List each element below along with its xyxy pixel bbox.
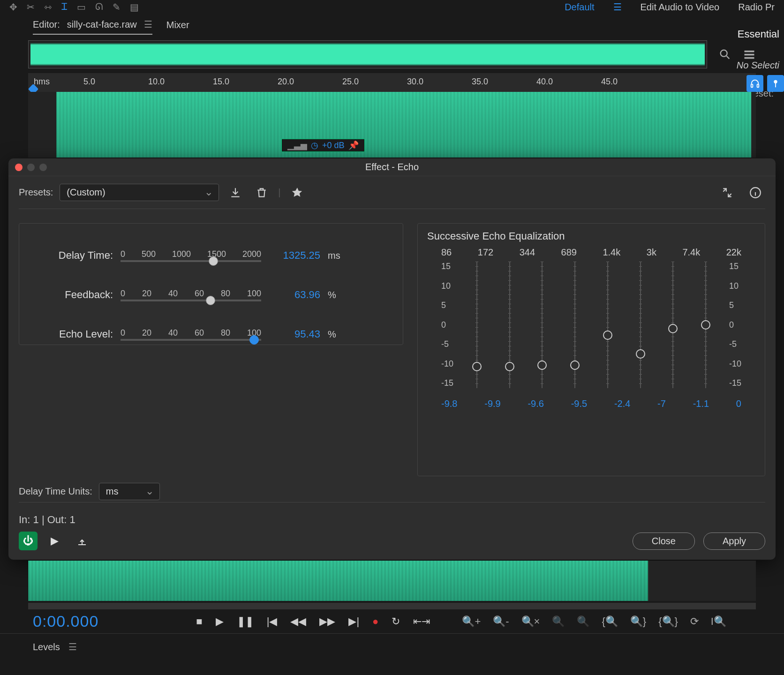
eq-axis-right: 15 10 5 0 -5 -10 -15 [729, 262, 741, 388]
tab-mixer[interactable]: Mixer [166, 20, 189, 34]
apply-button[interactable]: Apply [703, 532, 765, 550]
close-button[interactable]: Close [633, 532, 695, 550]
tab-mixer-label: Mixer [166, 20, 189, 30]
zoom-in-point-icon[interactable]: {🔍 [602, 615, 618, 628]
workspace-edit-audio[interactable]: Edit Audio to Video [641, 2, 720, 13]
go-start-button[interactable]: |◀ [267, 615, 278, 628]
eq-slider-344[interactable] [533, 262, 551, 394]
eq-slider-689[interactable] [565, 262, 584, 394]
zoom-time-icon[interactable]: ⟳ [690, 615, 699, 628]
workspace-menu-icon[interactable]: ☰ [613, 1, 622, 13]
i-beam-tool-icon[interactable]: Ꮖ [61, 1, 68, 13]
pause-button[interactable]: ❚❚ [237, 615, 254, 628]
workspace-radio[interactable]: Radio Pr [738, 2, 775, 13]
side-panel-title[interactable]: Essential [738, 28, 779, 40]
tab-menu-icon[interactable]: ☰ [144, 19, 152, 30]
effect-power-button[interactable]: ⏻ [19, 532, 38, 550]
zoom-range-icon[interactable]: {🔍} [658, 615, 678, 628]
eq-value[interactable]: -9.8 [441, 398, 457, 409]
timeline-scrollbar[interactable] [28, 603, 756, 609]
play-button[interactable]: ▶ [216, 615, 224, 628]
feedback-value[interactable]: 63.96 [269, 289, 320, 301]
delete-preset-icon[interactable] [252, 185, 271, 201]
window-zoom-icon[interactable] [39, 164, 47, 171]
levels-menu-icon[interactable]: ☰ [68, 641, 77, 652]
presets-dropdown[interactable]: (Custom) [60, 184, 219, 201]
zoom-out-point-icon[interactable]: 🔍} [630, 615, 646, 628]
transport-controls: ■ ▶ ❚❚ |◀ ◀◀ ▶▶ ▶| ● ↻ ⇤⇥ 🔍+ 🔍- 🔍× 🔍 🔍 {… [196, 615, 726, 628]
eq-slider-22k[interactable] [696, 262, 715, 394]
span-tool-icon[interactable]: ⇿ [44, 1, 52, 13]
save-preset-icon[interactable] [226, 185, 245, 201]
info-icon[interactable] [746, 185, 765, 201]
move-tool-icon[interactable]: ✥ [9, 1, 17, 13]
scale-tick: 100 [247, 289, 261, 299]
delay-time-value[interactable]: 1325.25 [269, 249, 320, 262]
loop-button[interactable]: ↻ [392, 615, 400, 628]
zoom-sel2-icon[interactable]: 🔍 [577, 615, 589, 628]
pin-icon[interactable] [767, 75, 784, 92]
eq-slider-3k[interactable] [631, 262, 650, 394]
preview-export-icon[interactable] [72, 532, 92, 549]
headphones-icon[interactable] [746, 75, 763, 92]
tab-editor[interactable]: Editor: silly-cat-face.raw ☰ [33, 19, 152, 35]
echo-level-value[interactable]: 95.43 [269, 328, 320, 340]
waveform-hud[interactable]: ▁▃▅ ◷ +0 dB 📌 [281, 139, 365, 152]
lower-waveform[interactable]: -1 [28, 561, 756, 601]
delay-time-slider[interactable] [121, 260, 261, 262]
fastfwd-button[interactable]: ▶▶ [319, 615, 335, 628]
routing-icon[interactable] [717, 185, 737, 201]
svg-rect-4 [751, 84, 753, 87]
levels-panel-header[interactable]: Levels ☰ [0, 633, 784, 660]
eq-slider-172[interactable] [500, 262, 519, 394]
eq-slider-1.4k[interactable] [598, 262, 617, 394]
lasso-tool-icon[interactable]: ᘏ [95, 1, 103, 13]
eq-value[interactable]: -7 [657, 398, 666, 409]
zoom-full-icon[interactable]: 🔍× [521, 615, 540, 628]
timecode-display[interactable]: 0:00.000 [33, 612, 98, 630]
overview-waveform[interactable] [28, 40, 707, 68]
dialog-titlebar[interactable]: Effect - Echo [8, 158, 776, 176]
eq-value[interactable]: -9.5 [571, 398, 587, 409]
eq-value[interactable]: -2.4 [614, 398, 630, 409]
razor-tool-icon[interactable]: ✂ [27, 1, 35, 13]
brush-tool-icon[interactable]: ✎ [113, 1, 121, 13]
zoom-out-icon[interactable]: 🔍- [493, 615, 509, 628]
delay-units-dropdown[interactable]: ms [99, 483, 160, 500]
feedback-slider[interactable] [121, 300, 261, 301]
eq-value[interactable]: -9.9 [484, 398, 500, 409]
eraser-tool-icon[interactable]: ▤ [130, 1, 139, 13]
zoom-sel-icon[interactable]: 🔍 [552, 615, 565, 628]
main-waveform[interactable]: dB -1 ▁▃▅ ◷ +0 dB 📌 [28, 92, 756, 158]
scale-tick: 1000 [172, 249, 191, 259]
favorite-icon[interactable] [287, 185, 307, 201]
param-echo-level: Echo Level: 0 20 40 60 80 100 95.43 % [38, 315, 384, 354]
marquee-tool-icon[interactable]: ▭ [77, 1, 86, 13]
eq-slider-86[interactable] [467, 262, 486, 394]
eq-value[interactable]: 0 [736, 398, 741, 409]
time-ruler[interactable]: hms 5.0 10.0 15.0 20.0 25.0 30.0 35.0 40… [28, 73, 756, 92]
stop-button[interactable]: ■ [196, 615, 202, 628]
eq-value[interactable]: -9.6 [528, 398, 543, 409]
tool-icons: ✥ ✂ ⇿ Ꮖ ▭ ᘏ ✎ ▤ [9, 1, 139, 13]
scale-tick: 80 [221, 328, 230, 338]
window-minimize-icon[interactable] [27, 164, 35, 171]
eq-value[interactable]: -1.1 [693, 398, 709, 409]
ruler-mark: 40.0 [536, 77, 553, 87]
echo-level-slider[interactable] [121, 339, 261, 341]
overview-list-icon[interactable] [743, 48, 756, 61]
zoom-vert-icon[interactable]: I🔍 [711, 615, 726, 628]
hud-pin-icon[interactable]: 📌 [348, 140, 359, 150]
ruler-mark: 20.0 [278, 77, 294, 87]
zoom-in-icon[interactable]: 🔍+ [462, 615, 481, 628]
eq-slider-7.4k[interactable] [663, 262, 682, 394]
window-close-icon[interactable] [15, 164, 23, 171]
preview-play-button[interactable]: ▶ [46, 532, 63, 550]
workspace-default[interactable]: Default [565, 2, 594, 13]
skip-silence-button[interactable]: ⇤⇥ [413, 615, 430, 628]
record-button[interactable]: ● [372, 615, 378, 628]
go-end-button[interactable]: ▶| [348, 615, 359, 628]
zoom-reset-icon[interactable] [718, 48, 731, 61]
rewind-button[interactable]: ◀◀ [290, 615, 306, 628]
scale-tick: 0 [121, 249, 125, 259]
